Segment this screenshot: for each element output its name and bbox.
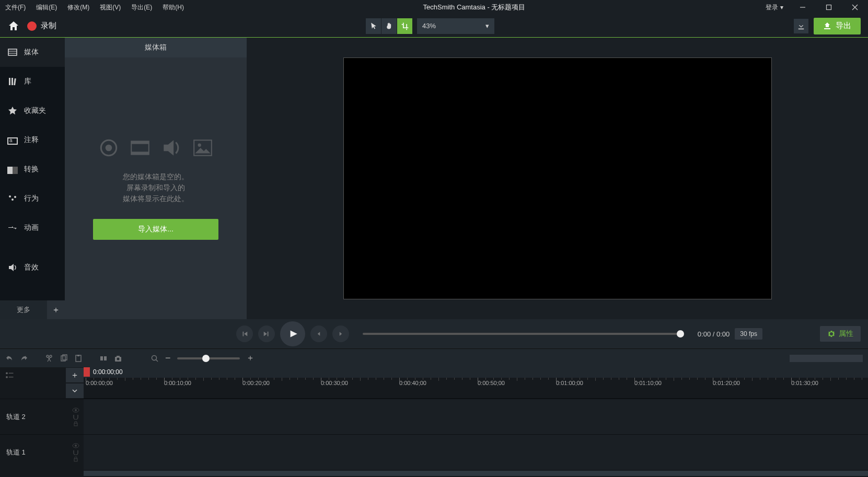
media-empty-text: 您的媒体箱是空的。 屏幕录制和导入的 媒体将显示在此处。 <box>123 171 189 204</box>
tab-animations[interactable]: 动画 <box>0 213 65 242</box>
snapshot-button[interactable] <box>114 354 122 363</box>
next-clip-button[interactable] <box>332 325 349 342</box>
hscroll-thumb[interactable] <box>84 471 868 476</box>
timeline-toolbar: − ＋ <box>0 348 868 367</box>
menu-bar: 文件(F) 编辑(E) 修改(M) 视图(V) 导出(E) 帮助(H) <box>0 3 189 12</box>
playhead-time: 0:00:00;00 <box>93 368 123 376</box>
gear-icon <box>827 330 836 338</box>
caret-down-icon: ▾ <box>780 4 783 11</box>
login-button[interactable]: 登录 ▾ <box>759 3 790 12</box>
tab-annotations[interactable]: a注释 <box>0 125 65 155</box>
audio-icon <box>7 262 18 273</box>
copy-button[interactable] <box>60 354 68 363</box>
zoom-in-button[interactable]: ＋ <box>246 353 254 364</box>
tab-behaviors[interactable]: 行为 <box>0 184 65 213</box>
ruler-tick: 0:01:20;00 <box>713 380 740 386</box>
magnet-icon[interactable] <box>72 450 79 455</box>
lock-icon[interactable] <box>72 421 79 426</box>
svg-rect-1 <box>827 5 831 10</box>
add-track-button[interactable]: ＋ <box>66 368 84 382</box>
media-type-icons <box>98 137 214 159</box>
export-button[interactable]: 导出 <box>814 18 861 34</box>
download-button[interactable] <box>794 19 808 33</box>
track-header-2[interactable]: 轨道 2 <box>0 399 84 434</box>
split-button[interactable] <box>99 354 108 363</box>
behavior-icon <box>7 193 18 204</box>
menu-modify[interactable]: 修改(M) <box>62 3 95 12</box>
paste-button[interactable] <box>74 354 83 363</box>
eye-icon[interactable] <box>72 408 79 413</box>
properties-button[interactable]: 属性 <box>820 326 861 342</box>
login-label: 登录 <box>766 3 778 12</box>
playback-scrubber[interactable] <box>363 333 684 335</box>
svg-line-30 <box>156 359 158 362</box>
side-tabs: 媒体 库 收藏夹 a注释 转换 行为 动画 音效 更多 ＋ <box>0 38 65 319</box>
svg-point-10 <box>9 195 11 197</box>
next-frame-button[interactable] <box>258 325 275 342</box>
prev-frame-button[interactable] <box>236 325 253 342</box>
image-type-icon <box>192 137 214 159</box>
zoom-out-button[interactable]: − <box>165 353 171 364</box>
media-icon <box>7 47 18 57</box>
ruler-tick: 0:00:10;00 <box>164 380 191 386</box>
magnet-icon[interactable] <box>72 414 79 420</box>
redo-button[interactable] <box>20 354 28 363</box>
tab-favorites[interactable]: 收藏夹 <box>0 96 65 125</box>
tab-transitions[interactable]: 转换 <box>0 155 65 184</box>
menu-file[interactable]: 文件(F) <box>0 3 31 12</box>
svg-point-39 <box>75 445 77 447</box>
play-button[interactable] <box>280 321 305 346</box>
svg-rect-7 <box>9 78 10 85</box>
tab-audio-effects[interactable]: 音效 <box>0 253 65 282</box>
svg-rect-27 <box>117 356 120 357</box>
cut-button[interactable] <box>45 354 53 363</box>
playhead[interactable]: 0:00:00;00 <box>84 367 123 377</box>
timeline-zoom-slider[interactable] <box>177 357 240 359</box>
lock-icon[interactable] <box>72 457 79 462</box>
more-button[interactable]: 更多 <box>0 300 47 319</box>
track-lane-1[interactable] <box>84 434 868 470</box>
svg-point-19 <box>198 144 201 147</box>
svg-point-36 <box>75 409 77 411</box>
menu-view[interactable]: 视图(V) <box>95 3 126 12</box>
ruler-tick: 0:00:40;00 <box>399 380 426 386</box>
scrubber-knob[interactable] <box>677 330 684 338</box>
minimize-button[interactable] <box>790 0 816 15</box>
fps-display[interactable]: 30 fps <box>735 328 762 340</box>
svg-rect-24 <box>100 356 103 360</box>
record-button[interactable]: 录制 <box>27 21 56 31</box>
prev-clip-button[interactable] <box>310 325 327 342</box>
tab-library[interactable]: 库 <box>0 67 65 96</box>
svg-rect-16 <box>131 141 149 144</box>
crop-tool[interactable] <box>397 18 413 34</box>
close-button[interactable] <box>842 0 868 15</box>
zoom-value: 43% <box>422 22 436 30</box>
export-label: 导出 <box>836 21 851 31</box>
maximize-button[interactable] <box>816 0 842 15</box>
cursor-tool[interactable] <box>366 18 381 34</box>
tab-media[interactable]: 媒体 <box>0 38 65 67</box>
timeline-ruler[interactable]: 0:00:00;000:00:10;000:00:20;000:00:30;00… <box>84 378 868 399</box>
ruler-tick: 0:01:10;00 <box>634 380 662 386</box>
record-type-icon <box>98 137 120 159</box>
collapse-tracks-button[interactable] <box>66 383 84 398</box>
caret-down-icon: ▾ <box>485 22 489 30</box>
home-button[interactable] <box>7 20 20 32</box>
zoom-dropdown[interactable]: 43% ▾ <box>417 18 494 34</box>
track-header-1[interactable]: 轨道 1 <box>0 434 84 470</box>
hand-tool[interactable] <box>381 18 397 34</box>
search-icon[interactable] <box>151 354 159 363</box>
track-lane-2[interactable] <box>84 399 868 434</box>
import-media-button[interactable]: 导入媒体... <box>93 219 218 240</box>
undo-button[interactable] <box>5 354 14 363</box>
menu-edit[interactable]: 编辑(E) <box>31 3 62 12</box>
zoom-knob[interactable] <box>202 355 210 362</box>
menu-export[interactable]: 导出(E) <box>126 3 157 12</box>
add-tab-button[interactable]: ＋ <box>47 300 65 319</box>
preview-canvas[interactable] <box>343 57 772 299</box>
timeline-hscroll[interactable] <box>84 470 868 477</box>
eye-icon[interactable] <box>72 443 79 448</box>
menu-help[interactable]: 帮助(H) <box>157 3 189 12</box>
timeline-minimap[interactable] <box>790 355 863 362</box>
track-settings-icon[interactable] <box>4 370 15 380</box>
